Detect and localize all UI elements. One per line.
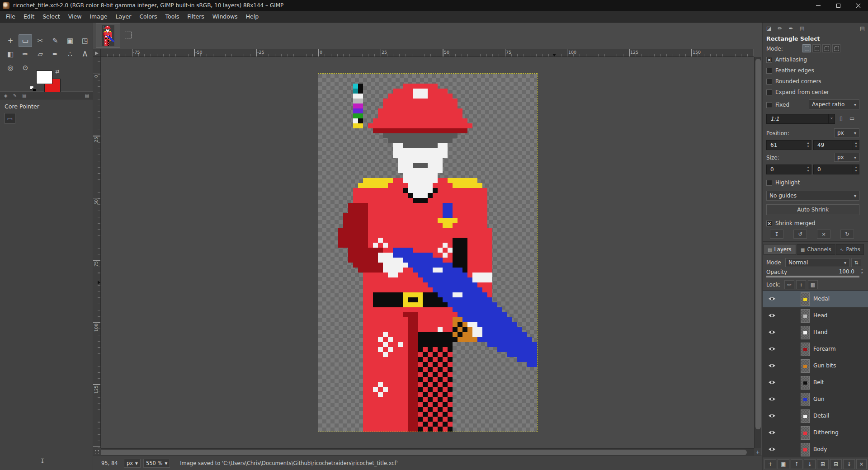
layer-row-detail[interactable]: Detail <box>763 408 868 424</box>
pencil-tab-icon[interactable]: ✒ <box>788 25 793 32</box>
aspect-ratio-input[interactable]: 1:1 × <box>766 114 835 124</box>
select-mode-subtract[interactable] <box>822 44 830 52</box>
menu-colors[interactable]: Colors <box>135 11 161 22</box>
menu-edit[interactable]: Edit <box>19 11 38 22</box>
option-shrink-merged[interactable]: × Shrink merged <box>766 220 815 227</box>
size-height-input[interactable]: 0 ▴▾ <box>813 164 859 174</box>
ink-tool[interactable]: ✒ <box>48 48 62 61</box>
layer-row-belt[interactable]: Belt <box>763 374 868 391</box>
layer-row-forearm[interactable]: Forearm <box>763 341 868 357</box>
delete-layer-button[interactable]: × <box>856 459 867 469</box>
shrink-merged-checkbox[interactable]: × <box>766 221 772 226</box>
navigation-icon[interactable]: + <box>754 448 761 456</box>
layer-row-gun[interactable]: Gun <box>763 391 868 408</box>
raise-layer-button[interactable]: ↑ <box>791 459 802 469</box>
size-width-input[interactable]: 0 ▴▾ <box>766 164 811 174</box>
save-icon[interactable]: ↧ <box>40 457 45 465</box>
position-x-input[interactable]: 61 ▴▾ <box>766 140 811 150</box>
device-active-tool-icon[interactable]: ▭ <box>5 113 15 124</box>
new-layer-group-button[interactable]: ▣ <box>778 459 789 469</box>
text-tool[interactable]: A <box>78 48 92 61</box>
bucket-fill-tool[interactable]: ◧ <box>4 48 17 61</box>
quick-mask-toggle[interactable] <box>93 448 101 456</box>
option-highlight[interactable]: Highlight <box>766 179 800 186</box>
feather-edges-checkbox[interactable] <box>766 68 772 74</box>
tool-options-tab-icon[interactable]: ◪ <box>766 25 771 32</box>
horizontal-scrollbar[interactable] <box>93 448 754 456</box>
visibility-eye-icon[interactable] <box>768 363 776 368</box>
option-rounded-corners[interactable]: Rounded corners <box>766 78 821 85</box>
zoom-tool[interactable]: ⊙ <box>19 61 32 74</box>
fixed-type-dropdown[interactable]: Aspect ratio ▾ <box>809 99 859 109</box>
unit-dropdown[interactable]: px ▾ <box>124 459 141 468</box>
fixed-checkbox[interactable] <box>766 102 772 108</box>
duplicate-layer-button[interactable]: ⊞ <box>817 459 829 469</box>
layer-mode-switch-icon[interactable]: ⇅ <box>851 258 861 267</box>
highlight-checkbox[interactable] <box>766 180 772 186</box>
visibility-eye-icon[interactable] <box>768 396 776 402</box>
layer-row-dithering[interactable]: Dithering <box>763 424 868 441</box>
menu-image[interactable]: Image <box>85 11 111 22</box>
restore-tool-options-button[interactable]: ↺ <box>793 230 807 239</box>
visibility-eye-icon[interactable] <box>768 380 776 385</box>
position-y-input[interactable]: 49 ▴▾ <box>813 140 859 150</box>
spinner-icon[interactable]: ▴▾ <box>853 141 859 150</box>
ruler-origin-icon[interactable] <box>93 49 101 57</box>
select-mode-replace[interactable] <box>802 44 811 52</box>
dock-tab-icon-1[interactable]: ◈ <box>4 93 8 98</box>
visibility-eye-icon[interactable] <box>768 346 776 352</box>
lock-pixels-icon[interactable]: ✏ <box>784 280 794 289</box>
menu-view[interactable]: View <box>64 11 86 22</box>
color-picker-tool[interactable]: ◎ <box>4 61 17 74</box>
guides-dropdown[interactable]: No guides ▾ <box>766 191 859 201</box>
menu-help[interactable]: Help <box>242 11 263 22</box>
image-tab-extra-icon[interactable] <box>125 32 132 38</box>
menu-filters[interactable]: Filters <box>183 11 208 22</box>
spinner-icon[interactable]: ▴▾ <box>805 165 811 174</box>
transform-tool[interactable]: ◳ <box>78 34 92 47</box>
move-tool[interactable]: + <box>4 34 17 47</box>
lower-layer-button[interactable]: ↓ <box>804 459 816 469</box>
lock-alpha-icon[interactable]: ▦ <box>808 280 818 289</box>
reset-tool-options-button[interactable]: ↻ <box>840 230 854 239</box>
zoom-dropdown[interactable]: 550 % ▾ <box>143 459 170 468</box>
opacity-slider[interactable] <box>766 276 859 277</box>
image-canvas[interactable] <box>318 74 537 432</box>
scissors-select-tool[interactable]: ✂ <box>33 34 47 47</box>
rounded-corners-checkbox[interactable] <box>766 79 772 85</box>
scrollbar-thumb[interactable] <box>755 59 761 429</box>
dock-fold-icon[interactable]: ▤ <box>85 93 89 98</box>
save-tool-options-button[interactable]: ↧ <box>770 230 783 239</box>
size-unit-dropdown[interactable]: px ▾ <box>834 153 859 162</box>
visibility-eye-icon[interactable] <box>768 413 776 418</box>
spinner-icon[interactable]: ▴▾ <box>805 141 811 150</box>
scrollbar-thumb[interactable] <box>96 450 747 455</box>
tab-channels[interactable]: ▦ Channels <box>797 244 835 255</box>
auto-shrink-button[interactable]: Auto Shrink <box>766 204 859 215</box>
merge-layer-button[interactable]: ⊟ <box>830 459 842 469</box>
menu-layer[interactable]: Layer <box>112 11 136 22</box>
horizontal-ruler[interactable]: -75 -50 -25 0 25 50 75 100 125 150 <box>101 49 754 57</box>
option-expand-from-center[interactable]: Expand from center <box>766 89 829 96</box>
visibility-eye-icon[interactable] <box>768 430 776 435</box>
dock-fold-icon[interactable]: ▤ <box>860 25 865 32</box>
layer-row-hand[interactable]: Hand <box>763 324 868 341</box>
menu-tools[interactable]: Tools <box>161 11 184 22</box>
rectangle-select-tool[interactable]: ▭ <box>19 34 32 47</box>
pencil-tool[interactable]: ✏ <box>19 48 32 61</box>
visibility-eye-icon[interactable] <box>768 313 776 318</box>
antialiasing-checkbox[interactable]: × <box>766 57 772 63</box>
spinner-icon[interactable]: ▴▾ <box>861 268 863 275</box>
eraser-tool[interactable]: ▱ <box>33 48 47 61</box>
select-mode-intersect[interactable] <box>832 44 840 52</box>
swap-colors-icon[interactable]: ⇄ <box>55 69 59 75</box>
tab-paths[interactable]: ∿ Paths <box>836 244 864 255</box>
position-unit-dropdown[interactable]: px ▾ <box>834 128 859 137</box>
foreground-color-swatch[interactable] <box>36 70 52 84</box>
dock-tab-icon-3[interactable]: ▤ <box>22 93 26 98</box>
vertical-ruler[interactable]: 0 25 50 75 100 125 <box>93 57 101 448</box>
spinner-icon[interactable]: ▴▾ <box>853 165 859 174</box>
landscape-icon[interactable]: ▭ <box>849 115 854 122</box>
visibility-eye-icon[interactable] <box>768 296 776 301</box>
tab-layers[interactable]: ▤ Layers <box>764 244 796 255</box>
